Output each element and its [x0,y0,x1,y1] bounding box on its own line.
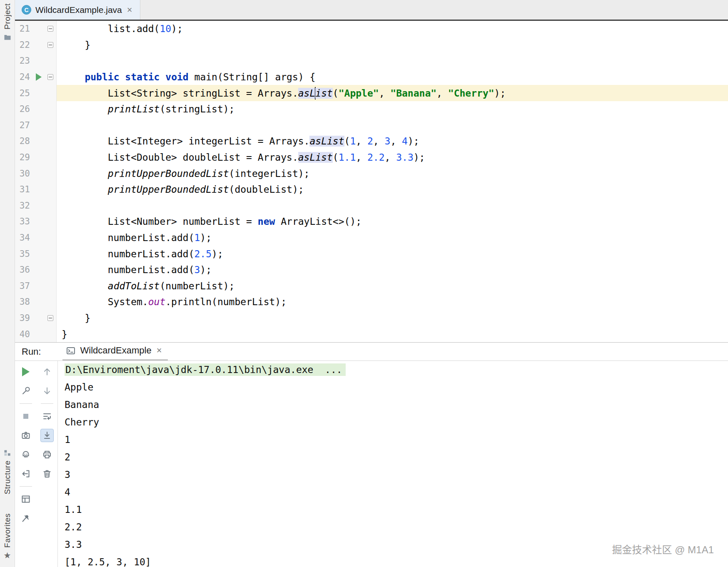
code-line-text[interactable] [57,117,728,134]
code-line-text[interactable]: numberList.add(1); [57,230,728,246]
rerun-button[interactable] [19,365,32,378]
rerun-icon [22,367,30,376]
line-number: 25 [15,88,33,98]
arrow-up-icon [42,367,52,377]
line-number: 38 [15,297,33,307]
structure-toolwindow-label: Structure [3,460,12,495]
watermark: 掘金技术社区 @ M1A1 [612,542,714,556]
console-line: Apple [65,378,728,396]
run-settings-button[interactable] [19,384,32,398]
dump-threads-button[interactable] [19,429,32,442]
close-run-tab-icon[interactable]: × [156,346,163,355]
console-line: 3 [65,466,728,483]
code-editor[interactable]: 21 list.add(10);22 }2324 public static v… [15,21,728,342]
fold-marker-icon[interactable] [47,74,53,80]
run-panel-body: D:\Enviroment\java\jdk-17.0.11\bin\java.… [15,361,728,567]
favorites-toolwindow-label: Favorites [3,513,12,548]
toolbar-separator [20,403,32,404]
code-line-text[interactable]: printUpperBoundedList(doubleList); [57,182,728,198]
gutter: 37 [15,278,57,294]
line-number: 32 [15,201,33,211]
stop-button[interactable] [19,410,32,423]
java-class-icon: C [22,5,31,15]
soft-wrap-button[interactable] [40,410,54,423]
clear-all-button[interactable] [40,467,54,480]
fold-marker-icon[interactable] [47,26,53,32]
editor-tab-label: WildcardExample.java [35,5,122,15]
run-line-icon[interactable] [36,73,42,81]
code-line-text[interactable]: } [57,326,728,342]
code-line-22: 22 } [15,37,728,53]
toolwindow-button-favorites[interactable]: Favorites ★ [3,513,12,560]
code-line-40: 40} [15,326,728,342]
detach-button[interactable] [19,467,32,480]
pin-tab-button[interactable] [19,512,32,525]
code-line-text[interactable]: printUpperBoundedList(integerList); [57,165,728,182]
toolwindow-button-project[interactable]: Project [3,3,12,41]
gutter: 24 [15,69,57,85]
close-tab-icon[interactable]: × [126,5,133,15]
up-stack-trace-button[interactable] [40,365,54,378]
code-line-text[interactable]: List<Double> doubleList = Arrays.asList(… [57,149,728,166]
line-number: 28 [15,136,33,146]
code-line-text[interactable]: } [57,310,728,326]
gutter: 33 [15,214,57,230]
scroll-to-end-icon [42,430,52,440]
code-line-text[interactable]: System.out.println(numberList); [57,294,728,310]
editor-tab[interactable]: C WildcardExample.java × [15,0,140,20]
line-number: 23 [15,56,33,66]
code-line-text[interactable]: printList(stringList); [57,101,728,117]
line-number: 33 [15,216,33,226]
gutter: 40 [15,326,57,342]
code-line-32: 32 [15,198,728,214]
restore-layout-button[interactable] [19,492,32,506]
console-output[interactable]: D:\Enviroment\java\jdk-17.0.11\bin\java.… [57,361,728,567]
code-line-text[interactable]: addToList(numberList); [57,278,728,294]
gutter: 31 [15,182,57,198]
pin-icon [21,513,31,523]
code-line-text[interactable]: List<String> stringList = Arrays.asList(… [57,85,728,101]
code-line-33: 33 List<Number> numberList = new ArrayLi… [15,214,728,230]
line-number: 22 [15,40,33,50]
line-number: 37 [15,281,33,291]
console-line: Cherry [65,413,728,431]
run-tab[interactable]: WildcardExample × [62,345,167,361]
code-line-31: 31 printUpperBoundedList(doubleList); [15,182,728,198]
fold-marker-icon[interactable] [47,42,53,48]
folder-icon [3,33,12,41]
print-button[interactable] [40,448,54,461]
line-number: 31 [15,184,33,194]
code-line-25: 25 List<String> stringList = Arrays.asLi… [15,85,728,101]
toolbar-separator [41,403,53,404]
line-number: 21 [15,24,33,34]
code-line-text[interactable]: public static void main(String[] args) { [57,69,728,85]
code-line-text[interactable]: } [57,37,728,53]
line-number: 40 [15,329,33,339]
exit-arrow-icon [21,469,31,479]
skull-icon [21,450,31,460]
code-line-text[interactable] [57,198,728,214]
code-line-text[interactable]: numberList.add(2.5); [57,246,728,262]
run-tab-label: WildcardExample [80,345,151,356]
kill-process-button[interactable] [19,448,32,461]
code-line-text[interactable]: List<Number> numberList = new ArrayList<… [57,214,728,230]
console-line: 2 [65,448,728,466]
toolbar-separator [20,486,32,487]
toolwindow-button-structure[interactable]: Structure [3,449,12,495]
code-line-text[interactable]: List<Integer> integerList = Arrays.asLis… [57,133,728,149]
down-stack-trace-button[interactable] [40,384,54,398]
gutter: 28 [15,133,57,149]
gutter: 32 [15,198,57,214]
run-panel-header: Run: WildcardExample × [15,343,728,361]
code-line-text[interactable]: list.add(10); [57,21,728,37]
console-line: Banana [65,396,728,413]
code-line-text[interactable] [57,53,728,69]
scroll-to-end-button[interactable] [40,429,54,442]
gutter: 25 [15,85,57,101]
code-line-28: 28 List<Integer> integerList = Arrays.as… [15,133,728,149]
gutter: 35 [15,246,57,262]
code-line-text[interactable]: numberList.add(3); [57,262,728,278]
run-tool-window: Run: WildcardExample × [15,342,728,567]
left-bar-top-group: Project [3,3,12,41]
fold-marker-icon[interactable] [47,315,53,321]
